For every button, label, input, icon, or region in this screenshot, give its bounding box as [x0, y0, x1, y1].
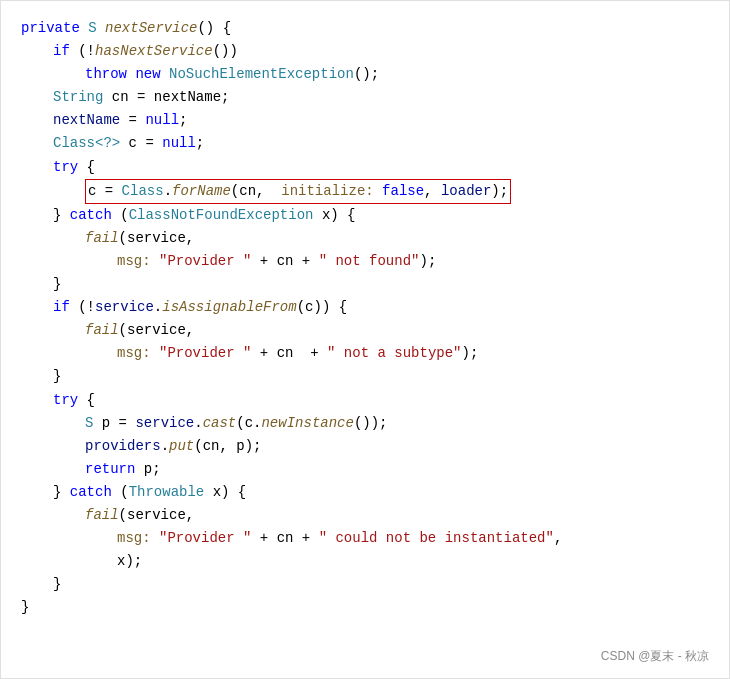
line-9: } catch (ClassNotFoundException x) { — [21, 204, 709, 227]
plain: () { — [197, 17, 231, 40]
type-s2: S — [85, 412, 93, 435]
plain-close-brace: } — [53, 273, 61, 296]
kw-return: return — [85, 458, 135, 481]
plain: x) { — [313, 204, 355, 227]
plain: . — [154, 296, 162, 319]
plain: cn = nextName; — [103, 86, 229, 109]
plain: + cn + — [251, 342, 327, 365]
param-msg-label3: msg: — [117, 527, 151, 550]
string-notfound: " not found" — [319, 250, 420, 273]
line-15: msg: "Provider " + cn + " not a subtype"… — [21, 342, 709, 365]
line-12: } — [21, 273, 709, 296]
plain: . — [161, 435, 169, 458]
kw-if: if — [53, 40, 70, 63]
plain: ); — [461, 342, 478, 365]
plain: (service, — [119, 227, 195, 250]
var-nextname: nextName — [53, 109, 120, 132]
plain — [80, 17, 88, 40]
plain: + cn + — [251, 250, 318, 273]
type-s: S — [88, 17, 96, 40]
plain — [97, 17, 105, 40]
method-hasnextservice: hasNextService — [95, 40, 213, 63]
line-8: c = Class.forName(cn, initialize: false,… — [21, 179, 709, 204]
kw-null2: null — [162, 132, 196, 155]
line-19: providers.put(cn, p); — [21, 435, 709, 458]
plain: ()); — [354, 412, 388, 435]
plain: (! — [70, 296, 95, 319]
var-providers: providers — [85, 435, 161, 458]
plain: ( — [112, 481, 129, 504]
string-provider-notfound: "Provider " — [159, 250, 251, 273]
line-6: Class<?> c = null; — [21, 132, 709, 155]
plain: p = — [93, 412, 135, 435]
param-initialize-label: initialize: — [281, 183, 373, 199]
plain: . — [194, 412, 202, 435]
param-msg-label: msg: — [117, 250, 151, 273]
highlighted-expression: c = Class.forName(cn, initialize: false,… — [85, 179, 511, 204]
method-forname: forName — [172, 183, 231, 199]
type-class: Class<?> — [53, 132, 120, 155]
plain: { — [78, 389, 95, 412]
line-21: } catch (Throwable x) { — [21, 481, 709, 504]
plain-brace2: } — [53, 481, 70, 504]
plain-close-brace2: } — [53, 365, 61, 388]
exception-classnotfound: ClassNotFoundException — [129, 204, 314, 227]
kw-catch: catch — [70, 204, 112, 227]
kw-catch2: catch — [70, 481, 112, 504]
string-notsubtype: " not a subtype" — [327, 342, 461, 365]
method-fail3: fail — [85, 504, 119, 527]
plain-dot: . — [164, 183, 172, 199]
type-string: String — [53, 86, 103, 109]
line-1: private S nextService() { — [21, 17, 709, 40]
method-cast: cast — [203, 412, 237, 435]
string-notinstantiated: " could not be instantiated" — [319, 527, 554, 550]
method-isassignablefrom: isAssignableFrom — [162, 296, 296, 319]
plain: (service, — [119, 504, 195, 527]
plain: (c. — [236, 412, 261, 435]
plain-close-brace3: } — [53, 573, 61, 596]
code-block: private S nextService() { if (!hasNextSe… — [21, 17, 709, 619]
plain — [127, 63, 135, 86]
plain-x: x); — [117, 550, 142, 573]
plain: ( — [112, 204, 129, 227]
plain — [151, 527, 159, 550]
line-14: fail(service, — [21, 319, 709, 342]
plain: ()) — [213, 40, 238, 63]
plain: x) { — [204, 481, 246, 504]
line-2: if (!hasNextService()) — [21, 40, 709, 63]
plain — [151, 342, 159, 365]
method-fail2: fail — [85, 319, 119, 342]
type-class2: Class — [122, 183, 164, 199]
method-newinstance: newInstance — [261, 412, 353, 435]
kw-throw: throw — [85, 63, 127, 86]
line-22: fail(service, — [21, 504, 709, 527]
kw-null: null — [145, 109, 179, 132]
watermark: CSDN @夏末 - 秋凉 — [601, 647, 709, 666]
line-3: throw new NoSuchElementException(); — [21, 63, 709, 86]
kw-private: private — [21, 17, 80, 40]
kw-if2: if — [53, 296, 70, 319]
plain-paren: (cn, — [231, 183, 281, 199]
line-7: try { — [21, 156, 709, 179]
line-16: } — [21, 365, 709, 388]
kw-false: false — [382, 183, 424, 199]
plain: , — [554, 527, 562, 550]
plain: c = — [120, 132, 162, 155]
exception-throwable: Throwable — [129, 481, 205, 504]
line-13: if (!service.isAssignableFrom(c)) { — [21, 296, 709, 319]
plain: (); — [354, 63, 379, 86]
var-service2: service — [135, 412, 194, 435]
plain: { — [78, 156, 95, 179]
plain-comma2: , — [424, 183, 441, 199]
exception-nosuchelement: NoSuchElementException — [169, 63, 354, 86]
line-26: } — [21, 596, 709, 619]
line-23: msg: "Provider " + cn + " could not be i… — [21, 527, 709, 550]
method-put: put — [169, 435, 194, 458]
line-17: try { — [21, 389, 709, 412]
plain: (! — [70, 40, 95, 63]
plain: p; — [135, 458, 160, 481]
line-4: String cn = nextName; — [21, 86, 709, 109]
plain-c: c = — [88, 183, 122, 199]
kw-new: new — [135, 63, 160, 86]
plain: ); — [419, 250, 436, 273]
